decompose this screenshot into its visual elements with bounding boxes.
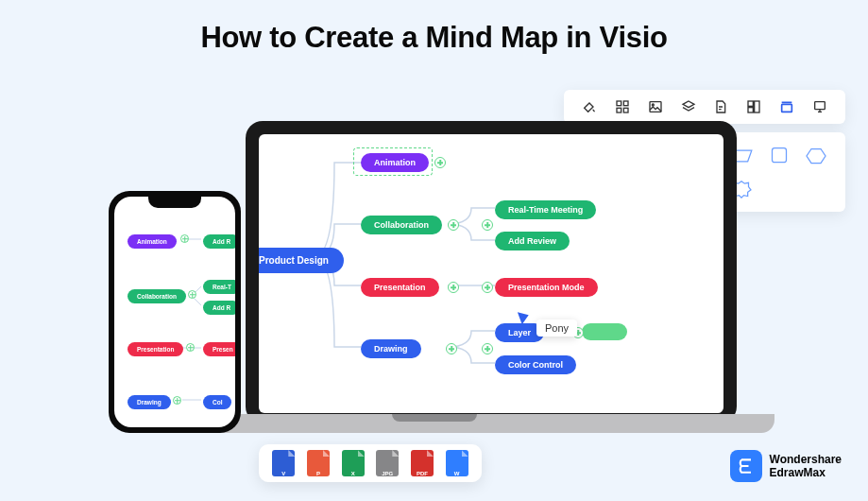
add-node-icon[interactable] [188, 290, 196, 299]
node-animation[interactable]: Animation [361, 153, 429, 172]
phone-node-animation[interactable]: Animation [128, 234, 177, 249]
layout-icon[interactable] [745, 98, 762, 115]
file-icon[interactable] [712, 98, 729, 115]
phone-leaf-add[interactable]: Add R [203, 234, 235, 249]
phone-node-collab[interactable]: Collaboration [128, 289, 186, 303]
shape-square[interactable] [767, 147, 791, 165]
add-node-icon[interactable] [180, 234, 189, 243]
add-node-icon[interactable] [448, 219, 459, 231]
toolbar-panel [564, 90, 845, 124]
add-node-icon[interactable] [482, 343, 493, 354]
file-formats-bar: V P X JPG PDF W [259, 444, 482, 482]
node-extra[interactable] [582, 323, 627, 340]
connectors [259, 134, 723, 413]
phone-leaf-add2[interactable]: Add R [203, 301, 235, 315]
phone-node-pres[interactable]: Presentation [128, 342, 183, 356]
svg-rect-3 [623, 108, 628, 112]
format-pdf-icon: PDF [411, 450, 434, 476]
laptop-base [208, 414, 774, 433]
image-icon[interactable] [647, 98, 664, 115]
phone-node-draw[interactable]: Drawing [128, 395, 171, 409]
laptop-hinge [392, 414, 477, 422]
svg-rect-14 [772, 147, 786, 162]
phone-device: Animation Collaboration Presentation Dra… [109, 191, 241, 433]
phone-leaf-pres[interactable]: Presen [203, 342, 235, 356]
svg-rect-9 [782, 104, 792, 112]
layers-icon[interactable] [680, 98, 697, 115]
brand-bottom: EdrawMax [770, 466, 842, 479]
svg-rect-0 [617, 101, 621, 106]
paint-bucket-icon[interactable] [581, 98, 598, 115]
shape-hexagon[interactable] [804, 147, 828, 165]
phone-leaf-col[interactable]: Col [203, 395, 231, 409]
page-title: How to Create a Mind Map in Visio [0, 0, 868, 55]
svg-rect-6 [748, 101, 753, 106]
add-node-icon[interactable] [448, 282, 459, 293]
edrawmax-logo-icon [730, 450, 762, 482]
node-drawing[interactable]: Drawing [361, 339, 421, 358]
brand-text: Wondershare EdrawMax [770, 453, 842, 480]
add-node-icon[interactable] [434, 157, 446, 168]
format-jpg-icon: JPG [376, 450, 399, 476]
svg-rect-2 [617, 108, 621, 112]
node-colorcontrol[interactable]: Color Control [495, 355, 576, 374]
format-excel-icon: X [342, 450, 365, 476]
svg-rect-8 [748, 108, 753, 112]
format-visio-icon: V [272, 450, 295, 476]
svg-point-5 [652, 104, 654, 106]
presentation-icon[interactable] [811, 98, 828, 115]
add-node-icon[interactable] [482, 219, 493, 231]
phone-screen: Animation Collaboration Presentation Dra… [114, 197, 235, 427]
svg-rect-10 [814, 102, 825, 110]
phone-notch [148, 197, 201, 208]
format-word-icon: W [446, 450, 468, 476]
node-addreview[interactable]: Add Review [495, 232, 570, 250]
node-root[interactable]: Product Design [259, 248, 344, 273]
add-node-icon[interactable] [482, 282, 493, 293]
cursor-user-label: Pony [536, 320, 577, 337]
format-ppt-icon: P [307, 450, 330, 476]
svg-rect-1 [623, 101, 628, 106]
node-presentation[interactable]: Presentation [361, 278, 439, 297]
grid-icon[interactable] [614, 98, 631, 115]
add-node-icon[interactable] [186, 343, 195, 352]
node-collaboration[interactable]: Collaboration [361, 216, 442, 234]
laptop-device: Product Design Animation Collaboration P… [246, 121, 737, 423]
svg-rect-7 [755, 101, 759, 112]
node-realtime[interactable]: Real-Time Meeting [495, 200, 596, 219]
add-node-icon[interactable] [446, 343, 457, 354]
container-icon[interactable] [778, 98, 795, 115]
node-presmode[interactable]: Presentation Mode [495, 278, 598, 297]
phone-leaf-real[interactable]: Real-T [203, 280, 235, 294]
brand-top: Wondershare [770, 453, 842, 466]
brand-logo-block: Wondershare EdrawMax [730, 450, 842, 482]
laptop-screen: Product Design Animation Collaboration P… [259, 134, 723, 413]
add-node-icon[interactable] [173, 396, 181, 405]
